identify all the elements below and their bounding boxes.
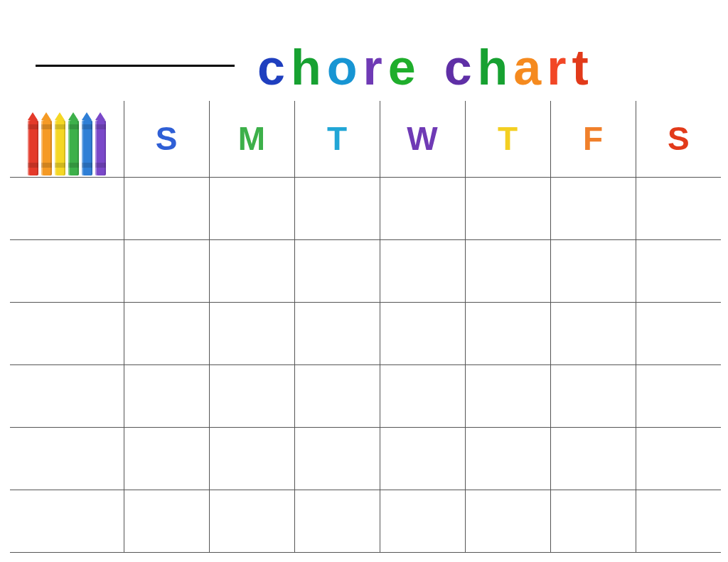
crayon-yellow-icon <box>55 120 65 175</box>
table-row <box>10 427 721 490</box>
table-row <box>10 239 721 302</box>
chore-cell[interactable] <box>380 364 465 427</box>
chore-cell[interactable] <box>465 302 550 364</box>
title-letter: h <box>291 43 324 92</box>
chore-cell[interactable] <box>294 302 380 364</box>
chore-cell[interactable] <box>636 490 721 552</box>
chore-cell[interactable] <box>636 427 721 490</box>
chore-cell[interactable] <box>465 490 550 552</box>
chore-label-cell[interactable] <box>10 177 124 239</box>
chore-table-wrap: S M T W T F S <box>10 101 721 548</box>
title-letter: o <box>327 43 360 92</box>
chore-cell[interactable] <box>465 364 550 427</box>
title-letter: e <box>388 43 419 92</box>
chore-cell[interactable] <box>550 490 636 552</box>
crayon-blue-icon <box>82 120 92 175</box>
chore-label-cell[interactable] <box>10 427 124 490</box>
chore-label-cell[interactable] <box>10 239 124 302</box>
title-letter: c <box>444 43 475 92</box>
chore-label-cell[interactable] <box>10 302 124 364</box>
day-header-saturday: S <box>636 101 721 177</box>
chore-cell[interactable] <box>636 239 721 302</box>
table-row <box>10 177 721 239</box>
title-letter: c <box>257 43 288 92</box>
chore-cell[interactable] <box>294 239 380 302</box>
crayon-red-icon <box>28 120 38 175</box>
chore-cell[interactable] <box>380 239 465 302</box>
title-letter: h <box>478 43 511 92</box>
chore-cell[interactable] <box>380 177 465 239</box>
header: c h o r e c h a r t <box>0 0 728 92</box>
day-header-friday: F <box>550 101 636 177</box>
title-letter: t <box>572 43 592 92</box>
chore-cell[interactable] <box>465 177 550 239</box>
chore-cell[interactable] <box>550 427 636 490</box>
chore-cell[interactable] <box>124 427 209 490</box>
chore-cell[interactable] <box>294 490 380 552</box>
chore-cell[interactable] <box>124 239 209 302</box>
chore-cell[interactable] <box>380 427 465 490</box>
chore-cell[interactable] <box>636 302 721 364</box>
chore-cell[interactable] <box>124 364 209 427</box>
chore-cell[interactable] <box>209 239 294 302</box>
chore-cell[interactable] <box>636 364 721 427</box>
chore-cell[interactable] <box>124 490 209 552</box>
name-input-line[interactable] <box>36 38 235 67</box>
crayon-orange-icon <box>41 120 52 175</box>
chore-cell[interactable] <box>550 364 636 427</box>
day-header-monday: M <box>209 101 294 177</box>
chore-cell[interactable] <box>209 177 294 239</box>
table-row <box>10 490 721 552</box>
day-header-thursday: T <box>465 101 550 177</box>
page-title: c h o r e c h a r t <box>256 43 593 92</box>
chore-cell[interactable] <box>124 302 209 364</box>
table-row <box>10 364 721 427</box>
chore-cell[interactable] <box>209 302 294 364</box>
chore-cell[interactable] <box>294 364 380 427</box>
crayons-icon <box>10 101 124 177</box>
chore-cell[interactable] <box>550 302 636 364</box>
chore-cell[interactable] <box>294 177 380 239</box>
title-letter: a <box>513 43 544 92</box>
chore-cell[interactable] <box>550 239 636 302</box>
chore-cell[interactable] <box>465 239 550 302</box>
table-row <box>10 302 721 364</box>
chore-cell[interactable] <box>209 364 294 427</box>
chore-cell[interactable] <box>209 490 294 552</box>
chore-cell[interactable] <box>294 427 380 490</box>
day-header-wednesday: W <box>380 101 465 177</box>
chore-cell[interactable] <box>124 177 209 239</box>
chore-label-cell[interactable] <box>10 490 124 552</box>
chore-cell[interactable] <box>636 177 721 239</box>
crayon-green-icon <box>68 120 79 175</box>
chore-table: S M T W T F S <box>10 101 721 553</box>
title-letter: r <box>363 43 385 92</box>
chore-label-cell[interactable] <box>10 364 124 427</box>
chore-cell[interactable] <box>380 302 465 364</box>
chore-cell[interactable] <box>550 177 636 239</box>
crayons-cell <box>10 101 124 177</box>
table-header-row: S M T W T F S <box>10 101 721 177</box>
chore-cell[interactable] <box>380 490 465 552</box>
chore-cell[interactable] <box>465 427 550 490</box>
chore-cell[interactable] <box>209 427 294 490</box>
crayon-purple-icon <box>95 120 106 175</box>
table-body <box>10 177 721 552</box>
day-header-tuesday: T <box>294 101 380 177</box>
day-header-sunday: S <box>124 101 209 177</box>
title-letter: r <box>547 43 569 92</box>
